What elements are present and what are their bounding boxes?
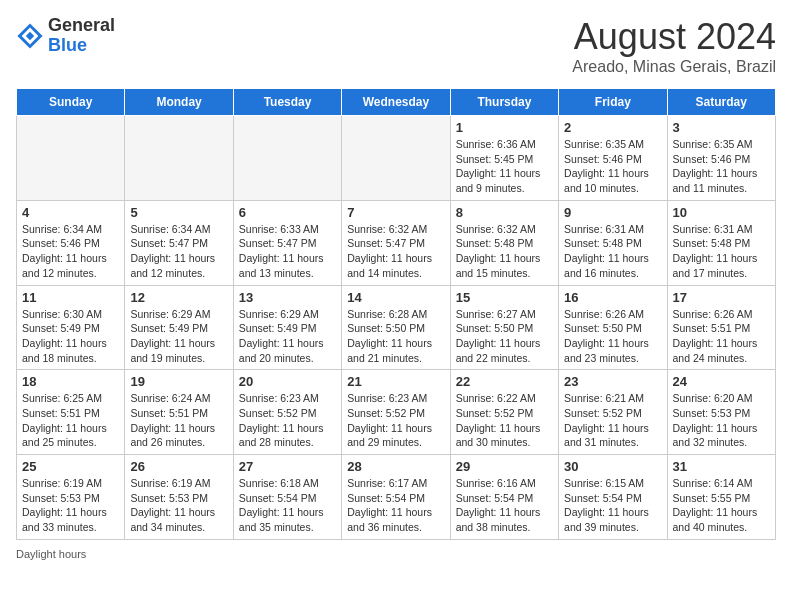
day-number: 21	[347, 374, 444, 389]
day-number: 6	[239, 205, 336, 220]
day-info: Sunrise: 6:33 AM Sunset: 5:47 PM Dayligh…	[239, 222, 336, 281]
calendar-day-cell: 15Sunrise: 6:27 AM Sunset: 5:50 PM Dayli…	[450, 285, 558, 370]
calendar-day-cell: 5Sunrise: 6:34 AM Sunset: 5:47 PM Daylig…	[125, 200, 233, 285]
calendar-week-row: 4Sunrise: 6:34 AM Sunset: 5:46 PM Daylig…	[17, 200, 776, 285]
day-info: Sunrise: 6:27 AM Sunset: 5:50 PM Dayligh…	[456, 307, 553, 366]
weekday-header: Tuesday	[233, 89, 341, 116]
calendar-day-cell: 25Sunrise: 6:19 AM Sunset: 5:53 PM Dayli…	[17, 455, 125, 540]
calendar-week-row: 11Sunrise: 6:30 AM Sunset: 5:49 PM Dayli…	[17, 285, 776, 370]
day-number: 11	[22, 290, 119, 305]
day-info: Sunrise: 6:35 AM Sunset: 5:46 PM Dayligh…	[673, 137, 770, 196]
day-info: Sunrise: 6:24 AM Sunset: 5:51 PM Dayligh…	[130, 391, 227, 450]
calendar-day-cell: 1Sunrise: 6:36 AM Sunset: 5:45 PM Daylig…	[450, 116, 558, 201]
day-info: Sunrise: 6:28 AM Sunset: 5:50 PM Dayligh…	[347, 307, 444, 366]
day-info: Sunrise: 6:25 AM Sunset: 5:51 PM Dayligh…	[22, 391, 119, 450]
calendar-week-row: 18Sunrise: 6:25 AM Sunset: 5:51 PM Dayli…	[17, 370, 776, 455]
day-number: 19	[130, 374, 227, 389]
calendar-day-cell: 31Sunrise: 6:14 AM Sunset: 5:55 PM Dayli…	[667, 455, 775, 540]
weekday-header: Friday	[559, 89, 667, 116]
day-number: 7	[347, 205, 444, 220]
calendar-day-cell: 10Sunrise: 6:31 AM Sunset: 5:48 PM Dayli…	[667, 200, 775, 285]
footer-note: Daylight hours	[16, 548, 776, 560]
day-info: Sunrise: 6:19 AM Sunset: 5:53 PM Dayligh…	[130, 476, 227, 535]
calendar-week-row: 1Sunrise: 6:36 AM Sunset: 5:45 PM Daylig…	[17, 116, 776, 201]
day-number: 15	[456, 290, 553, 305]
day-number: 25	[22, 459, 119, 474]
calendar-day-cell: 13Sunrise: 6:29 AM Sunset: 5:49 PM Dayli…	[233, 285, 341, 370]
weekday-header-row: SundayMondayTuesdayWednesdayThursdayFrid…	[17, 89, 776, 116]
weekday-header: Thursday	[450, 89, 558, 116]
day-info: Sunrise: 6:14 AM Sunset: 5:55 PM Dayligh…	[673, 476, 770, 535]
calendar-day-cell: 3Sunrise: 6:35 AM Sunset: 5:46 PM Daylig…	[667, 116, 775, 201]
calendar-day-cell: 29Sunrise: 6:16 AM Sunset: 5:54 PM Dayli…	[450, 455, 558, 540]
day-info: Sunrise: 6:22 AM Sunset: 5:52 PM Dayligh…	[456, 391, 553, 450]
day-number: 29	[456, 459, 553, 474]
day-number: 10	[673, 205, 770, 220]
day-number: 30	[564, 459, 661, 474]
day-info: Sunrise: 6:15 AM Sunset: 5:54 PM Dayligh…	[564, 476, 661, 535]
day-number: 22	[456, 374, 553, 389]
day-info: Sunrise: 6:18 AM Sunset: 5:54 PM Dayligh…	[239, 476, 336, 535]
calendar-day-cell: 11Sunrise: 6:30 AM Sunset: 5:49 PM Dayli…	[17, 285, 125, 370]
day-number: 9	[564, 205, 661, 220]
day-info: Sunrise: 6:16 AM Sunset: 5:54 PM Dayligh…	[456, 476, 553, 535]
calendar-day-cell: 16Sunrise: 6:26 AM Sunset: 5:50 PM Dayli…	[559, 285, 667, 370]
calendar-day-cell: 14Sunrise: 6:28 AM Sunset: 5:50 PM Dayli…	[342, 285, 450, 370]
calendar-day-cell: 2Sunrise: 6:35 AM Sunset: 5:46 PM Daylig…	[559, 116, 667, 201]
day-number: 31	[673, 459, 770, 474]
logo-blue-text: Blue	[48, 36, 115, 56]
weekday-header: Monday	[125, 89, 233, 116]
calendar-body: 1Sunrise: 6:36 AM Sunset: 5:45 PM Daylig…	[17, 116, 776, 540]
day-info: Sunrise: 6:32 AM Sunset: 5:48 PM Dayligh…	[456, 222, 553, 281]
weekday-header: Sunday	[17, 89, 125, 116]
calendar-day-cell: 27Sunrise: 6:18 AM Sunset: 5:54 PM Dayli…	[233, 455, 341, 540]
calendar-day-cell: 17Sunrise: 6:26 AM Sunset: 5:51 PM Dayli…	[667, 285, 775, 370]
calendar-day-cell: 12Sunrise: 6:29 AM Sunset: 5:49 PM Dayli…	[125, 285, 233, 370]
calendar-day-cell: 22Sunrise: 6:22 AM Sunset: 5:52 PM Dayli…	[450, 370, 558, 455]
logo-general-text: General	[48, 16, 115, 36]
calendar-day-cell: 24Sunrise: 6:20 AM Sunset: 5:53 PM Dayli…	[667, 370, 775, 455]
header: General Blue August 2024 Areado, Minas G…	[16, 16, 776, 76]
day-number: 17	[673, 290, 770, 305]
day-info: Sunrise: 6:29 AM Sunset: 5:49 PM Dayligh…	[239, 307, 336, 366]
calendar-day-cell: 6Sunrise: 6:33 AM Sunset: 5:47 PM Daylig…	[233, 200, 341, 285]
day-number: 26	[130, 459, 227, 474]
calendar-header: SundayMondayTuesdayWednesdayThursdayFrid…	[17, 89, 776, 116]
day-info: Sunrise: 6:26 AM Sunset: 5:50 PM Dayligh…	[564, 307, 661, 366]
day-number: 14	[347, 290, 444, 305]
day-info: Sunrise: 6:20 AM Sunset: 5:53 PM Dayligh…	[673, 391, 770, 450]
calendar-day-cell: 4Sunrise: 6:34 AM Sunset: 5:46 PM Daylig…	[17, 200, 125, 285]
day-number: 8	[456, 205, 553, 220]
day-info: Sunrise: 6:30 AM Sunset: 5:49 PM Dayligh…	[22, 307, 119, 366]
day-number: 20	[239, 374, 336, 389]
day-info: Sunrise: 6:17 AM Sunset: 5:54 PM Dayligh…	[347, 476, 444, 535]
day-info: Sunrise: 6:29 AM Sunset: 5:49 PM Dayligh…	[130, 307, 227, 366]
day-number: 28	[347, 459, 444, 474]
calendar-day-cell: 19Sunrise: 6:24 AM Sunset: 5:51 PM Dayli…	[125, 370, 233, 455]
calendar-day-cell: 8Sunrise: 6:32 AM Sunset: 5:48 PM Daylig…	[450, 200, 558, 285]
day-number: 4	[22, 205, 119, 220]
day-info: Sunrise: 6:23 AM Sunset: 5:52 PM Dayligh…	[239, 391, 336, 450]
day-info: Sunrise: 6:19 AM Sunset: 5:53 PM Dayligh…	[22, 476, 119, 535]
day-info: Sunrise: 6:21 AM Sunset: 5:52 PM Dayligh…	[564, 391, 661, 450]
title-area: August 2024 Areado, Minas Gerais, Brazil	[572, 16, 776, 76]
day-info: Sunrise: 6:31 AM Sunset: 5:48 PM Dayligh…	[564, 222, 661, 281]
logo-icon	[16, 22, 44, 50]
calendar-subtitle: Areado, Minas Gerais, Brazil	[572, 58, 776, 76]
day-info: Sunrise: 6:23 AM Sunset: 5:52 PM Dayligh…	[347, 391, 444, 450]
day-info: Sunrise: 6:26 AM Sunset: 5:51 PM Dayligh…	[673, 307, 770, 366]
day-number: 13	[239, 290, 336, 305]
calendar-day-cell: 30Sunrise: 6:15 AM Sunset: 5:54 PM Dayli…	[559, 455, 667, 540]
logo: General Blue	[16, 16, 115, 56]
day-number: 18	[22, 374, 119, 389]
calendar-day-cell: 18Sunrise: 6:25 AM Sunset: 5:51 PM Dayli…	[17, 370, 125, 455]
calendar-day-cell: 7Sunrise: 6:32 AM Sunset: 5:47 PM Daylig…	[342, 200, 450, 285]
day-info: Sunrise: 6:32 AM Sunset: 5:47 PM Dayligh…	[347, 222, 444, 281]
calendar-table: SundayMondayTuesdayWednesdayThursdayFrid…	[16, 88, 776, 540]
day-number: 2	[564, 120, 661, 135]
day-number: 27	[239, 459, 336, 474]
calendar-title: August 2024	[572, 16, 776, 58]
calendar-day-cell: 26Sunrise: 6:19 AM Sunset: 5:53 PM Dayli…	[125, 455, 233, 540]
calendar-week-row: 25Sunrise: 6:19 AM Sunset: 5:53 PM Dayli…	[17, 455, 776, 540]
calendar-day-cell: 9Sunrise: 6:31 AM Sunset: 5:48 PM Daylig…	[559, 200, 667, 285]
